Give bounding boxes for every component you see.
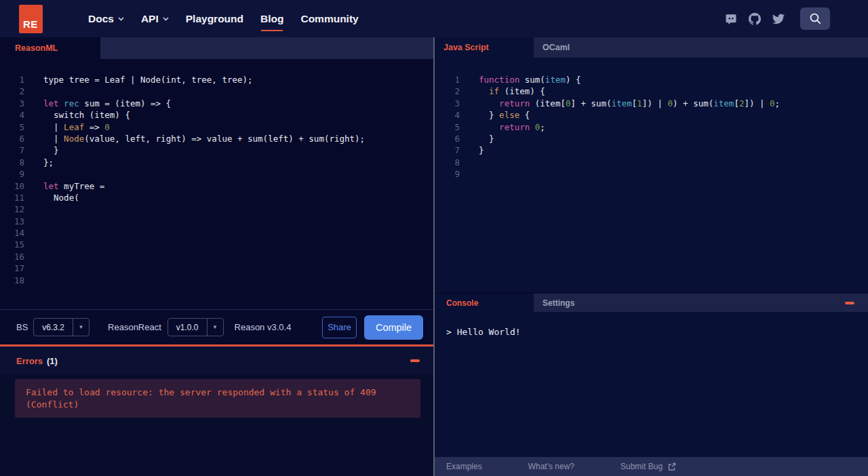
code-line: 6 } xyxy=(435,133,868,144)
line-number: 14 xyxy=(0,227,24,239)
errors-count-badge: (1) xyxy=(47,356,58,366)
errors-title: Errors xyxy=(16,356,43,366)
line-number: 9 xyxy=(0,168,24,180)
line-number: 4 xyxy=(0,109,24,121)
reason-editor[interactable]: 1type tree = Leaf | Node(int, tree, tree… xyxy=(0,59,433,309)
code-line: 12 xyxy=(0,203,433,215)
tab-javascript[interactable]: Java Script xyxy=(435,37,534,58)
javascript-output-editor[interactable]: 1function sum(item) {2 if (item) {3 retu… xyxy=(435,58,868,292)
nav-menu: Docs API Playground Blog Community xyxy=(88,0,359,37)
code-line: 8 xyxy=(435,157,868,168)
collapse-console-icon[interactable] xyxy=(845,302,854,304)
code-line: 1function sum(item) { xyxy=(435,74,868,85)
bs-version-value: v6.3.2 xyxy=(34,319,73,336)
chevron-down-icon xyxy=(118,17,124,21)
line-number: 1 xyxy=(435,74,460,85)
code-line: 5 return 0; xyxy=(435,121,868,133)
compile-button[interactable]: Compile xyxy=(364,315,423,340)
search-icon xyxy=(809,12,822,25)
code-line: 5 | Leaf => 0 xyxy=(0,121,433,133)
share-button[interactable]: Share xyxy=(322,317,357,338)
nav-item-playground[interactable]: Playground xyxy=(186,0,243,37)
line-number: 5 xyxy=(0,121,24,133)
examples-link[interactable]: Examples xyxy=(446,462,482,471)
code-line: 1type tree = Leaf | Node(int, tree, tree… xyxy=(0,74,433,85)
code-line: 11 Node( xyxy=(0,192,433,203)
line-number: 7 xyxy=(0,144,24,156)
line-number: 12 xyxy=(0,203,24,215)
bs-label: BS xyxy=(16,322,28,332)
code-line: 16 xyxy=(0,251,433,262)
search-button[interactable] xyxy=(800,7,830,30)
errors-body: Failed to load resource: the server resp… xyxy=(0,375,433,476)
code-line: 9 xyxy=(0,168,433,180)
code-line: 7} xyxy=(435,144,868,156)
line-number: 18 xyxy=(0,275,24,286)
code-line: 4 switch (item) { xyxy=(0,109,433,121)
line-number: 15 xyxy=(0,239,24,250)
top-nav: RE Docs API Playground Blog Community xyxy=(0,0,868,37)
line-number: 2 xyxy=(435,85,460,97)
output-panel: Java Script OCaml 1function sum(item) {2… xyxy=(435,37,868,476)
line-number: 3 xyxy=(435,98,460,109)
tab-settings[interactable]: Settings xyxy=(534,294,633,312)
external-link-icon xyxy=(667,462,676,471)
nav-item-blog[interactable]: Blog xyxy=(260,0,283,37)
code-line: 3let rec sum = (item) => { xyxy=(0,98,433,109)
chevron-down-icon xyxy=(163,17,169,21)
line-number: 11 xyxy=(0,192,24,203)
reason-version-text: Reason v3.0.4 xyxy=(235,322,292,332)
line-number: 17 xyxy=(0,262,24,274)
error-message-line: (Conflict) xyxy=(26,399,410,411)
playground-footer: Examples What's new? Submit Bug xyxy=(435,457,868,476)
reasonreact-label: ReasonReact xyxy=(108,322,161,332)
discord-icon[interactable] xyxy=(725,13,737,25)
output-tabbar: Java Script OCaml xyxy=(435,37,868,58)
console-tabbar: Console Settings xyxy=(435,292,868,312)
submit-bug-link[interactable]: Submit Bug xyxy=(620,462,676,471)
line-number: 9 xyxy=(435,168,460,180)
tab-reasonml[interactable]: ReasonML xyxy=(0,37,100,59)
error-message-line: Failed to load resource: the server resp… xyxy=(26,386,410,399)
line-number: 8 xyxy=(435,157,460,168)
nav-item-community[interactable]: Community xyxy=(300,0,358,37)
main-split: ReasonML 1type tree = Leaf | Node(int, t… xyxy=(0,37,868,476)
whats-new-link[interactable]: What's new? xyxy=(528,462,574,471)
code-line: 17 xyxy=(0,262,433,274)
tab-console[interactable]: Console xyxy=(435,294,534,312)
nav-item-docs[interactable]: Docs xyxy=(88,0,124,37)
bs-version-select[interactable]: v6.3.2 ▼ xyxy=(33,318,90,336)
logo-text: RE xyxy=(23,18,38,30)
line-number: 4 xyxy=(435,109,460,121)
line-number: 6 xyxy=(435,133,460,144)
code-line: 2 xyxy=(0,85,433,97)
code-line: 8}; xyxy=(0,157,433,168)
line-number: 13 xyxy=(0,216,24,227)
reasonreact-version-select[interactable]: v1.0.0 ▼ xyxy=(167,318,224,336)
code-line: 10let myTree = xyxy=(0,180,433,192)
code-line: 6 | Node(value, left, right) => value + … xyxy=(0,133,433,144)
line-number: 1 xyxy=(0,74,24,85)
nav-item-api[interactable]: API xyxy=(141,0,169,37)
collapse-errors-icon[interactable] xyxy=(410,359,420,362)
code-line: 4 } else { xyxy=(435,109,868,121)
console-output: > Hello World! xyxy=(435,312,868,457)
tab-ocaml[interactable]: OCaml xyxy=(534,37,633,58)
line-number: 7 xyxy=(435,144,460,156)
errors-header: Errors (1) xyxy=(0,346,433,375)
code-line: 2 if (item) { xyxy=(435,85,868,97)
twitter-icon[interactable] xyxy=(772,13,785,25)
reason-logo[interactable]: RE xyxy=(19,5,43,33)
line-number: 6 xyxy=(0,133,24,144)
caret-down-icon: ▼ xyxy=(207,319,223,336)
line-number: 16 xyxy=(0,251,24,262)
reason-panel: ReasonML 1type tree = Leaf | Node(int, t… xyxy=(0,37,433,476)
line-number: 3 xyxy=(0,98,24,109)
reasonreact-version-value: v1.0.0 xyxy=(168,319,207,336)
console-output-line: > Hello World! xyxy=(446,327,521,337)
code-line: 14 xyxy=(0,227,433,239)
error-message: Failed to load resource: the server resp… xyxy=(15,379,420,418)
github-icon[interactable] xyxy=(749,13,761,25)
code-line: 3 return (item[0] + sum(item[1]) | 0) + … xyxy=(435,98,868,109)
reason-tabbar: ReasonML xyxy=(0,37,433,59)
